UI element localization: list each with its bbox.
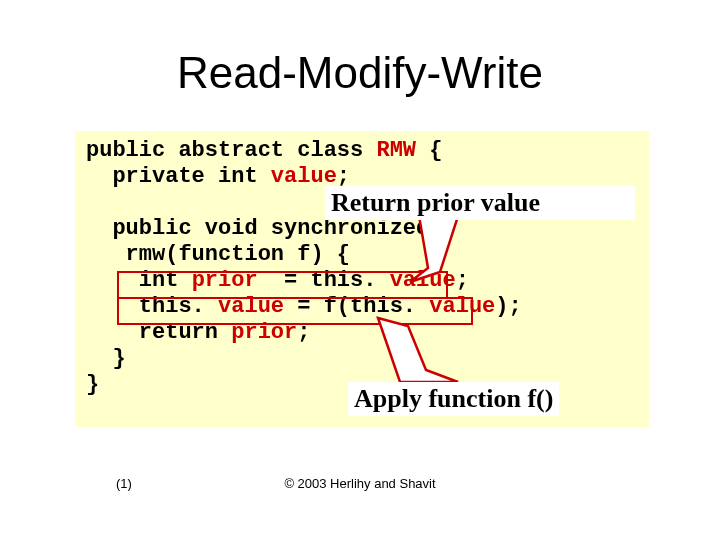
- t: rmw(function f) {: [86, 242, 350, 267]
- t: }: [86, 372, 99, 397]
- pointer-arrow-return: [370, 210, 490, 290]
- callout-apply-function: Apply function f(): [348, 382, 559, 416]
- t: );: [495, 294, 521, 319]
- t: private int: [86, 164, 271, 189]
- svg-marker-1: [378, 318, 458, 382]
- t: }: [86, 346, 126, 371]
- slide: Read-Modify-Write public abstract class …: [0, 0, 720, 540]
- svg-marker-0: [410, 210, 460, 282]
- t: {: [416, 138, 442, 163]
- t: RMW: [376, 138, 416, 163]
- t: public abstract class: [86, 138, 376, 163]
- slide-title: Read-Modify-Write: [0, 48, 720, 98]
- callout-return-prior: Return prior value: [325, 186, 635, 220]
- copyright: © 2003 Herlihy and Shavit: [0, 476, 720, 491]
